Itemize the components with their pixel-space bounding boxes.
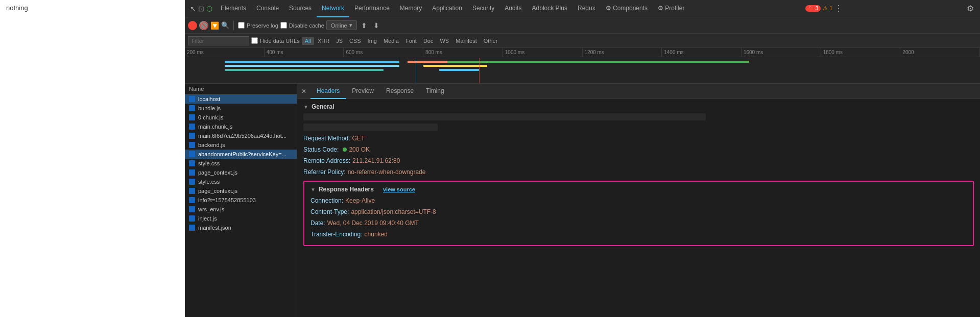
file-item-style2[interactable]: style.css bbox=[185, 177, 297, 186]
warning-badge: ⚠ 1 bbox=[823, 5, 832, 12]
request-method-row: Request Method: GET bbox=[303, 134, 974, 143]
connection-value: Keep-Alive bbox=[345, 196, 375, 205]
tab-network[interactable]: Network bbox=[317, 0, 349, 17]
tab-memory[interactable]: Memory bbox=[395, 0, 427, 17]
detail-tab-timing[interactable]: Timing bbox=[420, 84, 450, 99]
throttle-dropdown[interactable]: Online ▾ bbox=[326, 20, 357, 30]
throttle-label: Online bbox=[331, 22, 347, 29]
network-timeline: 200 ms 400 ms 600 ms 800 ms 1000 ms 1200… bbox=[185, 48, 980, 84]
file-item-page-ctx1[interactable]: page_context.js bbox=[185, 168, 297, 177]
filter-type-all[interactable]: All bbox=[302, 37, 314, 45]
hide-data-urls-label: Hide data URLs bbox=[260, 38, 300, 44]
tab-sources[interactable]: Sources bbox=[284, 0, 317, 17]
filter-type-js[interactable]: JS bbox=[333, 37, 346, 45]
general-section-title[interactable]: ▼ General bbox=[303, 103, 974, 110]
file-item-page-ctx2[interactable]: page_context.js bbox=[185, 186, 297, 196]
file-item-backend[interactable]: backend.js bbox=[185, 140, 297, 150]
filter-icon[interactable]: 🔽 bbox=[210, 21, 219, 30]
tab-audits[interactable]: Audits bbox=[499, 0, 527, 17]
file-icon-main-hot bbox=[189, 133, 195, 139]
view-source-link[interactable]: view source bbox=[383, 186, 415, 193]
tab-application[interactable]: Application bbox=[427, 0, 467, 17]
file-item-chunk[interactable]: 0.chunk.js bbox=[185, 113, 297, 122]
preserve-log-checkbox[interactable]: Preserve log bbox=[238, 22, 278, 29]
detail-tab-headers[interactable]: Headers bbox=[310, 84, 346, 99]
tab-adblock[interactable]: Adblock Plus bbox=[527, 0, 572, 17]
file-item-manifest[interactable]: manifest.json bbox=[185, 223, 297, 232]
extension-icon: ⬡ bbox=[206, 5, 212, 13]
chevron-down-icon: ▾ bbox=[349, 22, 352, 29]
file-item-info[interactable]: info?t=1575452855103 bbox=[185, 196, 297, 205]
file-item-abandonment[interactable]: abandonmentPublic?serviceKey=... bbox=[185, 150, 297, 159]
transfer-encoding-row: Transfer-Encoding: chunked bbox=[310, 230, 967, 239]
tick-1000: 1000 ms bbox=[503, 48, 583, 57]
filter-type-other[interactable]: Other bbox=[481, 37, 501, 45]
file-name-main-hot: main.6f6d7ca29b5206aa424d.hot... bbox=[198, 133, 286, 139]
file-item-wrs[interactable]: wrs_env.js bbox=[185, 205, 297, 214]
file-item-style1[interactable]: style.css bbox=[185, 159, 297, 168]
detail-panel: ✕ Headers Preview Response Timing ▼ Gene… bbox=[297, 84, 980, 317]
hide-data-urls-input[interactable] bbox=[251, 37, 258, 44]
detail-close-button[interactable]: ✕ bbox=[297, 88, 310, 95]
more-icon[interactable]: ⋮ bbox=[834, 4, 843, 13]
filter-type-ws[interactable]: WS bbox=[437, 37, 452, 45]
disable-cache-checkbox[interactable]: Disable cache bbox=[280, 22, 324, 29]
transfer-encoding-key: Transfer-Encoding: bbox=[310, 230, 363, 239]
page-title: nothing bbox=[6, 4, 28, 12]
detail-tab-response[interactable]: Response bbox=[380, 84, 420, 99]
filter-type-doc[interactable]: Doc bbox=[420, 37, 437, 45]
filter-type-img[interactable]: Img bbox=[365, 37, 380, 45]
tab-elements[interactable]: Elements bbox=[216, 0, 251, 17]
import-button[interactable]: ⬆ bbox=[359, 20, 369, 31]
filter-type-font[interactable]: Font bbox=[402, 37, 420, 45]
cursor-icon: ↖ bbox=[190, 5, 196, 13]
settings-button[interactable]: ⚙ bbox=[963, 4, 978, 13]
error-badge: 🔴 3 bbox=[805, 5, 821, 12]
filter-type-css[interactable]: CSS bbox=[346, 37, 364, 45]
mobile-icon: ⊡ bbox=[198, 5, 204, 13]
file-item-localhost[interactable]: localhost bbox=[185, 94, 297, 104]
toolbar-separator-1 bbox=[233, 21, 234, 30]
disable-cache-input[interactable] bbox=[280, 22, 287, 29]
file-icon-main-chunk bbox=[189, 124, 195, 130]
filter-type-media[interactable]: Media bbox=[380, 37, 402, 45]
request-method-key: Request Method: bbox=[303, 134, 350, 143]
detail-tab-preview[interactable]: Preview bbox=[346, 84, 380, 99]
filter-type-xhr[interactable]: XHR bbox=[315, 37, 332, 45]
date-key: Date: bbox=[310, 218, 325, 228]
tab-console[interactable]: Console bbox=[251, 0, 284, 17]
file-name-chunk: 0.chunk.js bbox=[198, 114, 224, 120]
file-name-backend: backend.js bbox=[198, 142, 225, 148]
status-code-key: Status Code: bbox=[303, 145, 339, 154]
search-icon[interactable]: 🔍 bbox=[221, 21, 229, 29]
tab-components[interactable]: ⚙ Components bbox=[601, 0, 653, 17]
preserve-log-input[interactable] bbox=[238, 22, 245, 29]
detail-tabs: ✕ Headers Preview Response Timing bbox=[297, 84, 980, 99]
file-item-bundle[interactable]: bundle.js bbox=[185, 104, 297, 113]
file-icon-bundle bbox=[189, 105, 195, 111]
tab-redux[interactable]: Redux bbox=[572, 0, 601, 17]
remote-address-value: 211.241.91.62:80 bbox=[352, 156, 400, 165]
content-type-key: Content-Type: bbox=[310, 207, 349, 216]
stop-button[interactable]: 🚫 bbox=[199, 21, 208, 30]
file-item-main-hot[interactable]: main.6f6d7ca29b5206aa424d.hot... bbox=[185, 131, 297, 140]
tab-security[interactable]: Security bbox=[467, 0, 499, 17]
response-headers-title[interactable]: ▼ Response Headers view source bbox=[310, 186, 967, 193]
timeline-bars bbox=[185, 58, 980, 83]
filter-type-manifest[interactable]: Manifest bbox=[452, 37, 480, 45]
filter-input[interactable] bbox=[188, 36, 249, 45]
response-headers-section: ▼ Response Headers view source Connectio… bbox=[303, 181, 974, 246]
tab-profiler[interactable]: ⚙ Profiler bbox=[653, 0, 689, 17]
content-type-value: application/json;charset=UTF-8 bbox=[351, 207, 436, 216]
record-button[interactable] bbox=[188, 21, 197, 30]
remote-address-row: Remote Address: 211.241.91.62:80 bbox=[303, 156, 974, 165]
file-item-main-chunk[interactable]: main.chunk.js bbox=[185, 122, 297, 131]
filter-bar: Hide data URLs All XHR JS CSS Img Media … bbox=[185, 34, 980, 48]
file-item-inject[interactable]: inject.js bbox=[185, 214, 297, 223]
hide-data-urls-checkbox[interactable]: Hide data URLs bbox=[251, 37, 300, 44]
file-icon-page-ctx1 bbox=[189, 169, 195, 176]
filter-types: All XHR JS CSS Img Media Font Doc WS Man… bbox=[302, 37, 501, 45]
tab-performance[interactable]: Performance bbox=[349, 0, 395, 17]
export-button[interactable]: ⬇ bbox=[371, 20, 381, 31]
file-icon-style1 bbox=[189, 160, 195, 166]
